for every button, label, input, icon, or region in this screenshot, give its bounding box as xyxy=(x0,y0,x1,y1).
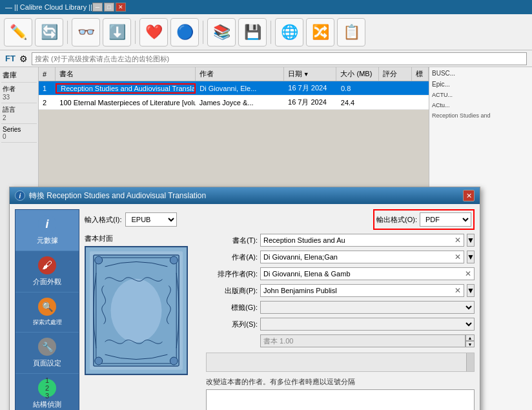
svg-point-5 xyxy=(170,256,178,264)
spinner-buttons: ▲ ▼ xyxy=(466,334,475,347)
right-item: ACtu... xyxy=(432,102,529,108)
spinner-down[interactable]: ▼ xyxy=(466,341,475,347)
cell-size: 24.4 xyxy=(337,99,380,107)
download-button[interactable]: ⬇️ xyxy=(103,18,131,46)
sort-author-field-row: 排序作者(R): Di Giovanni, Elena & Gamb ✕ xyxy=(206,267,475,280)
sidebar-item-author[interactable]: 作者 33 xyxy=(1,83,37,103)
scrollbar[interactable] xyxy=(466,353,474,371)
dialog-body: i 元數據 🖌 介面外觀 🔍 探索式處理 🔧 頁面設定 123 結構偵 xyxy=(10,204,480,410)
sidebar-page-label: 頁面設定 xyxy=(33,358,61,368)
cell-size: 0.8 xyxy=(337,85,380,92)
author-clear-icon[interactable]: ✕ xyxy=(455,252,461,261)
books-icon: 📚 xyxy=(213,25,230,39)
sidebar-item-language[interactable]: 語言 2 xyxy=(1,103,37,124)
title-bar: — || Calibre Cloud Library || ─ □ ✕ xyxy=(0,0,532,14)
dialog-close-button[interactable]: ✕ xyxy=(463,190,475,201)
search-input[interactable] xyxy=(32,52,527,65)
header-rating[interactable]: 評分 xyxy=(379,67,411,81)
input-format-select[interactable]: EPUB xyxy=(125,212,177,227)
library-button[interactable]: 📚 xyxy=(207,18,236,46)
paint-icon: 🖌 xyxy=(38,256,56,274)
shuffle-button[interactable]: 🔀 xyxy=(306,18,334,46)
sidebar-structure-label: 結構偵測 xyxy=(33,400,61,409)
close-button[interactable]: ✕ xyxy=(116,3,126,12)
author-field-row: 作者(A): Di Giovanni, Elena;Gan ✕ ▼ xyxy=(206,251,475,263)
web-button[interactable]: 🌐 xyxy=(275,18,303,46)
list-header: # 書名 作者 日期 ▼ 大小 (MB) 評分 標 xyxy=(39,67,429,81)
publisher-input[interactable]: John Benjamins Publisl ✕ xyxy=(260,284,464,297)
minimize-button[interactable]: ─ xyxy=(92,3,103,12)
text-scrollbar-area xyxy=(206,353,475,372)
title-field-input[interactable]: Reception Studies and Au ✕ xyxy=(260,234,464,247)
series-select[interactable] xyxy=(260,318,475,331)
cover-label: 書本封面 xyxy=(85,234,201,243)
publisher-dropdown[interactable]: ▼ xyxy=(467,284,475,297)
cell-num: 1 xyxy=(39,85,56,92)
publisher-clear-icon[interactable]: ✕ xyxy=(455,286,461,295)
dialog-icon: i xyxy=(15,190,25,201)
globe-icon: 🌐 xyxy=(281,25,298,39)
dialog-content: 輸入格式(I): EPUB 輸出格式(O): PDF xyxy=(85,209,475,410)
sidebar-appearance[interactable]: 🖌 介面外觀 xyxy=(15,251,79,292)
ft-label: FT xyxy=(5,54,15,63)
favorite-button[interactable]: ❤️ xyxy=(139,18,168,46)
table-row[interactable]: 1 Reception Studies and Audiovisual Tran… xyxy=(39,81,429,96)
sort-author-value: Di Giovanni, Elena & Gamb xyxy=(263,270,351,278)
sidebar-search[interactable]: 🔍 探索式處理 xyxy=(15,292,79,333)
heart-icon: ❤️ xyxy=(145,25,163,39)
header-author[interactable]: 作者 xyxy=(196,67,284,81)
main-area: 書庫 作者 33 語言 2 Series 0 # 書名 作者 日期 ▼ 大小 (… xyxy=(0,67,532,410)
right-item: ACTU... xyxy=(432,92,529,98)
header-flag[interactable]: 標 xyxy=(412,67,429,81)
help-button[interactable]: 🔵 xyxy=(170,18,199,46)
sidebar-item-library[interactable]: 書庫 xyxy=(1,68,37,83)
sidebar-structure[interactable]: 123 結構偵測 xyxy=(15,374,79,410)
maximize-button[interactable]: □ xyxy=(104,3,114,12)
author-dropdown[interactable]: ▼ xyxy=(467,251,475,263)
sidebar-page-setup[interactable]: 🔧 頁面設定 xyxy=(15,333,79,374)
cover-and-fields: 書本封面 xyxy=(85,234,475,410)
title-dropdown[interactable]: ▼ xyxy=(467,234,475,247)
header-size[interactable]: 大小 (MB) xyxy=(336,67,379,81)
header-date[interactable]: 日期 ▼ xyxy=(284,67,337,81)
save-button[interactable]: 💾 xyxy=(238,18,267,46)
book-cover xyxy=(85,246,188,375)
right-item: Epic... xyxy=(432,81,529,88)
author-field-input[interactable]: Di Giovanni, Elena;Gan ✕ xyxy=(260,251,464,263)
read-icon: 👓 xyxy=(77,25,95,39)
read-button[interactable]: 👓 xyxy=(72,18,100,46)
sort-author-input[interactable]: Di Giovanni, Elena & Gamb ✕ xyxy=(260,267,475,280)
info-icon: i xyxy=(38,215,56,233)
title-value: Reception Studies and Au xyxy=(263,236,345,244)
extra-icon: 📋 xyxy=(343,25,360,39)
edit-book-button[interactable]: ✏️ xyxy=(4,18,32,46)
edit-icon: ✏️ xyxy=(10,25,27,39)
sort-author-clear-icon[interactable]: ✕ xyxy=(465,269,471,278)
publisher-field-row: 出版商(P): John Benjamins Publisl ✕ ▼ xyxy=(206,284,475,297)
output-format-select[interactable]: PDF xyxy=(420,212,471,227)
cell-author: Di Giovanni, Ele... xyxy=(196,85,284,92)
search-icon: 🔍 xyxy=(38,298,56,316)
header-num[interactable]: # xyxy=(39,67,56,81)
help-icon: 🔵 xyxy=(176,25,194,39)
table-row[interactable]: 2 100 Eternal Masterpieces of Literature… xyxy=(39,96,429,110)
input-format-label: 輸入格式(I): xyxy=(85,215,121,225)
book-number-input[interactable] xyxy=(260,334,466,347)
tags-select[interactable] xyxy=(260,301,475,314)
sidebar-metadata[interactable]: i 元數據 xyxy=(15,210,79,251)
gear-icon[interactable]: ⚙ xyxy=(19,54,28,64)
download-icon: ⬇️ xyxy=(108,25,126,39)
comment-textarea[interactable] xyxy=(206,389,475,410)
extra-button[interactable]: 📋 xyxy=(337,18,365,46)
list-icon: 123 xyxy=(38,379,56,397)
header-title[interactable]: 書名 xyxy=(56,67,195,81)
sidebar-item-series[interactable]: Series 0 xyxy=(1,124,37,143)
toolbar-separator2 xyxy=(135,21,136,44)
title-clear-icon[interactable]: ✕ xyxy=(455,236,461,245)
refresh-button[interactable]: 🔄 xyxy=(35,18,63,46)
spinner-up[interactable]: ▲ xyxy=(466,334,475,341)
save-icon: 💾 xyxy=(244,25,261,39)
sort-arrow: ▼ xyxy=(303,71,309,77)
cell-title: 100 Eternal Masterpieces of Literature [… xyxy=(56,99,196,107)
cover-svg xyxy=(86,247,187,374)
